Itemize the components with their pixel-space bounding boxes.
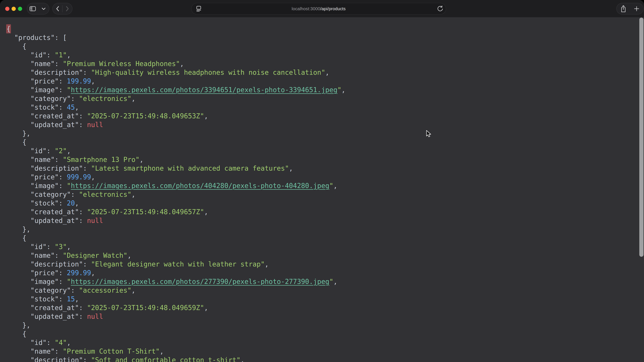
json-line: { [6,234,634,242]
json-line: { [6,24,634,33]
sidebar-controls [27,3,49,14]
browser-toolbar: localhost:3000/api/products [0,0,644,17]
json-line: "created_at": "2025-07-23T15:49:48.04965… [6,303,634,312]
json-line: "updated_at": null [6,312,634,321]
json-link[interactable]: https://images.pexels.com/photos/404280/… [71,182,329,190]
json-line: "id": "4", [6,338,634,347]
json-line: "price": 299.99, [6,269,634,277]
back-button[interactable] [53,3,62,14]
back-icon [56,6,59,11]
json-line: "description": "Elegant designer watch w… [6,260,634,269]
json-link[interactable]: https://images.pexels.com/photos/277390/… [71,278,329,285]
address-bar[interactable]: localhost:3000/api/products [191,3,446,14]
json-line: "description": "Soft and comfortable cot… [6,356,634,362]
json-line: }, [6,225,634,234]
sidebar-menu-button[interactable] [38,3,49,14]
share-button[interactable] [617,3,630,14]
json-line: "id": "2", [6,146,634,155]
page-icon [196,5,202,12]
json-line: { [6,42,634,51]
json-line: "description": "High-quality wireless he… [6,68,634,77]
json-line: "price": 199.99, [6,77,634,85]
json-line: "updated_at": null [6,216,634,225]
zoom-window-button[interactable] [18,7,22,11]
close-window-button[interactable] [5,7,10,11]
forward-button[interactable] [62,3,72,14]
share-icon [620,5,626,12]
json-line: "id": "1", [6,51,634,59]
json-line: "created_at": "2025-07-23T15:49:48.04965… [6,112,634,120]
browser-window: localhost:3000/api/products [0,0,644,362]
json-line: "image": "https://images.pexels.com/phot… [6,277,634,286]
json-line: "name": "Designer Watch", [6,251,634,260]
json-line: "stock": 45, [6,103,634,112]
chevron-down-icon [42,7,46,10]
json-line: "description": "Latest smartphone with a… [6,164,634,173]
url-text[interactable]: localhost:3000/api/products [292,6,346,11]
toolbar-actions [616,3,644,14]
refresh-button[interactable] [437,3,444,14]
sidebar-icon [30,6,36,11]
json-line: "stock": 20, [6,199,634,207]
json-line: "stock": 15, [6,295,634,303]
refresh-icon [437,5,444,12]
json-line: "image": "https://images.pexels.com/phot… [6,181,634,190]
json-link[interactable]: https://images.pexels.com/photos/3394651… [71,86,337,94]
json-line: }, [6,321,634,330]
json-line: "category": "electronics", [6,94,634,103]
json-line: "category": "electronics", [6,190,634,199]
json-line: "name": "Smartphone 13 Pro", [6,155,634,164]
forward-icon [66,6,69,11]
scrollbar-thumb[interactable] [639,17,644,257]
json-line: "created_at": "2025-07-23T15:49:48.04965… [6,207,634,216]
url-host: localhost:3000 [292,6,320,11]
json-line: { [6,330,634,338]
minimize-window-button[interactable] [12,7,16,11]
sidebar-toggle-button[interactable] [27,3,38,14]
json-line: "name": "Premium Cotton T-Shirt", [6,347,634,356]
url-path: /api/products [320,6,346,11]
json-line: "updated_at": null [6,120,634,129]
new-tab-button[interactable] [630,3,643,14]
mouse-cursor [426,130,432,138]
json-line: "price": 999.99, [6,173,634,181]
json-line: "name": "Premium Wireless Headphones", [6,59,634,68]
json-line: }, [6,129,634,138]
json-line: "category": "accessories", [6,286,634,295]
json-line: { [6,138,634,146]
page-settings-button[interactable] [196,3,202,14]
navigation-controls [52,3,72,14]
json-line: "products": [ [6,33,634,42]
json-line: "id": "3", [6,242,634,251]
json-line: "image": "https://images.pexels.com/phot… [6,85,634,94]
page-content: { "products": [ { "id": "1", "name": "Pr… [0,17,644,362]
new-tab-icon [634,6,639,11]
json-viewer: { "products": [ { "id": "1", "name": "Pr… [6,24,634,362]
